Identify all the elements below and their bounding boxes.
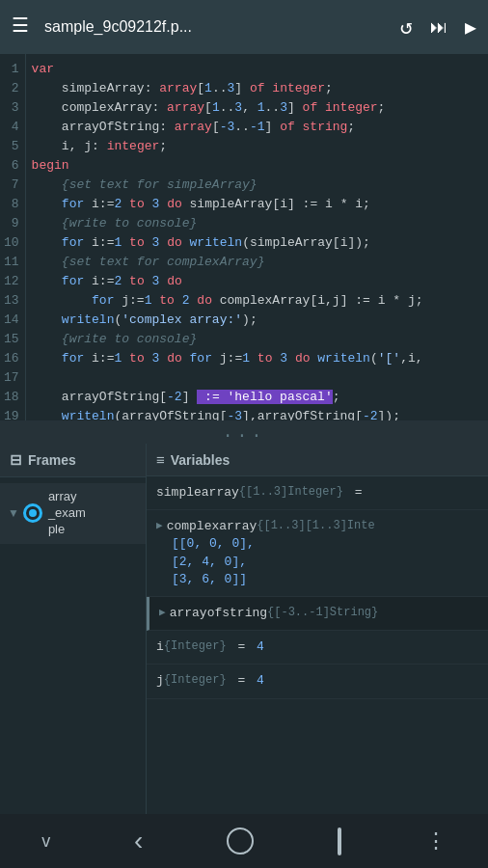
variables-panel: ≡ Variables simplearray{[1..3]Integer} =… xyxy=(147,444,488,814)
reload-icon[interactable]: ↺ xyxy=(400,14,413,41)
expand-icon-arrayofstring: ▶ xyxy=(159,605,166,620)
home-button[interactable] xyxy=(219,820,261,862)
frames-header: ⊟ Frames xyxy=(0,444,146,477)
frames-panel: ⊟ Frames ▼ array_example xyxy=(0,444,147,814)
var-item-arrayofstring[interactable]: ▶ arrayofstring{[-3..-1]String} xyxy=(147,597,488,631)
divider-dots: ... xyxy=(223,422,265,442)
frame-item[interactable]: ▼ array_example xyxy=(0,483,146,544)
top-controls: ↺ ⏭ ▶ xyxy=(400,14,476,41)
more-button[interactable]: ⋮ xyxy=(418,821,454,862)
back-button[interactable]: ‹ xyxy=(126,818,150,864)
top-title: sample_9c09212f.p... xyxy=(44,18,400,36)
frame-label: array_example xyxy=(48,489,86,538)
frames-header-icon: ⊟ xyxy=(10,451,22,469)
line-numbers: 12345 678910 1112131415 1617181920 21 xyxy=(0,54,26,420)
v-button[interactable]: v xyxy=(34,824,58,859)
fast-forward-icon[interactable]: ⏭ xyxy=(430,17,447,38)
variables-header-icon: ≡ xyxy=(156,451,165,468)
var-name-arrayofstring: arrayofstring xyxy=(170,605,267,622)
variables-list: simplearray{[1..3]Integer} = ▶ complexar… xyxy=(147,476,488,814)
play-icon[interactable]: ▶ xyxy=(465,15,476,40)
variables-header-label: Variables xyxy=(171,452,230,468)
var-type-i: {Integer} xyxy=(164,638,227,655)
frame-dot xyxy=(23,503,42,523)
var-type-simplearray: {[1..3]Integer} xyxy=(239,484,343,501)
var-item-i[interactable]: i{Integer} = 4 xyxy=(147,631,488,665)
var-name-j: j xyxy=(156,672,164,690)
variables-header: ≡ Variables xyxy=(147,444,488,476)
bottom-panel: ⊟ Frames ▼ array_example ≡ Variables sim… xyxy=(0,444,488,814)
menu-icon[interactable]: ☰ xyxy=(12,17,29,37)
var-item-complexarray[interactable]: ▶ complexarray{[1..3][1..3]Inte [[0, 0, … xyxy=(147,510,488,597)
var-value-complexarray: [[0, 0, 0], [2, 4, 0], [3, 6, 0]] xyxy=(156,535,255,588)
code-text: var simpleArray: array[1..3] of integer;… xyxy=(26,54,488,420)
var-type-j: {Integer} xyxy=(164,672,227,689)
recents-button[interactable] xyxy=(330,822,349,861)
var-name-i: i xyxy=(156,638,164,656)
var-type-arrayofstring: {[-3..-1]String} xyxy=(267,605,378,621)
var-val-i: 4 xyxy=(257,638,264,656)
var-item-j[interactable]: j{Integer} = 4 xyxy=(147,665,488,698)
var-val-j: 4 xyxy=(257,672,264,690)
var-name-complexarray: complexarray xyxy=(167,518,258,535)
bottom-nav: v ‹ ⋮ xyxy=(0,814,488,868)
frames-list: ▼ array_example xyxy=(0,477,146,814)
var-item-simplearray[interactable]: simplearray{[1..3]Integer} = xyxy=(147,476,488,510)
var-type-complexarray: {[1..3][1..3]Inte xyxy=(257,518,374,534)
top-bar: ☰ sample_9c09212f.p... ↺ ⏭ ▶ xyxy=(0,0,488,54)
expand-icon-complexarray: ▶ xyxy=(156,518,163,533)
frame-chevron-icon: ▼ xyxy=(8,506,19,520)
divider-row: ... xyxy=(0,420,488,444)
code-editor: 12345 678910 1112131415 1617181920 21 va… xyxy=(0,54,488,420)
var-name-simplearray: simplearray xyxy=(156,484,239,502)
frames-header-label: Frames xyxy=(28,452,76,468)
